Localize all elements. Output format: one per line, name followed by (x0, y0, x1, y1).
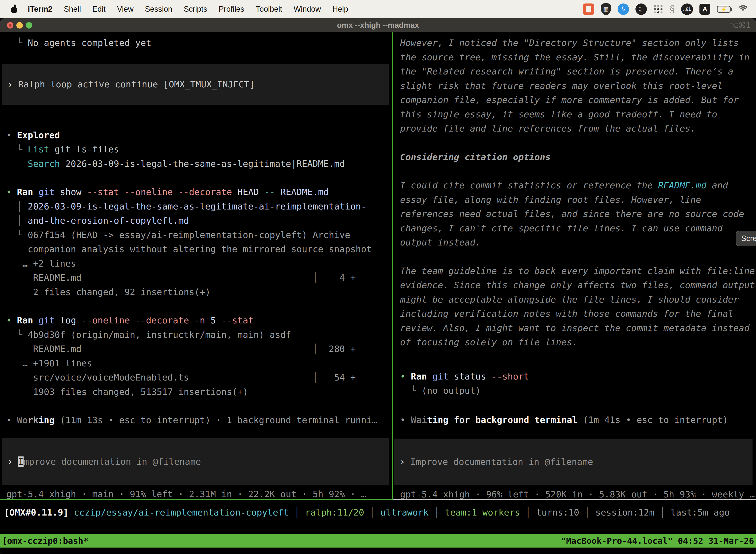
battery-icon[interactable]: ⚡ (717, 6, 731, 13)
working-status: • Working (11m 13s • esc to interrupt) ·… (6, 413, 392, 428)
blue-bolt-icon[interactable]: ϟ (618, 3, 629, 15)
meter-icon[interactable]: ..61 (681, 3, 693, 15)
terminal-line: references need actual files, and since … (400, 207, 755, 221)
terminal-line: └ 067f154 (HEAD -> essay/ai-reimplementa… (6, 228, 392, 242)
terminal-line: • Ran git show --stat --oneline --decora… (6, 185, 392, 199)
active-pane-border (0, 499, 393, 500)
prompt-text[interactable]: › Improve documentation in @filename (394, 455, 593, 469)
menu-item-help[interactable]: Help (332, 5, 348, 14)
model-status-line: gpt-5.4 xhigh · main · 91% left · 2.31M … (6, 487, 392, 499)
input-source-icon[interactable]: A (699, 4, 710, 15)
terminal-line: 2 files changed, 92 insertions(+) (6, 285, 392, 299)
menu-item-toolbelt[interactable]: Toolbelt (256, 5, 282, 14)
terminal-line: output instead. (400, 235, 755, 250)
terminal-line: I could cite commit statistics or refere… (400, 178, 755, 192)
apple-menu-icon[interactable] (10, 5, 18, 13)
wifi-icon[interactable] (737, 5, 749, 13)
title-bar[interactable]: omx --xhigh --madmax ⌥⌘1 (0, 18, 756, 32)
terminal-line: provide file and line references from th… (400, 121, 755, 136)
tmux-session-name: [omx-cczip0:bash* (2, 534, 88, 548)
terminal-line: … +1901 lines (6, 356, 392, 371)
terminal-line: changes, I can't cite specific file line… (400, 221, 755, 235)
inject-banner: › Ralph loop active continue [OMX_TMUX_I… (2, 64, 389, 105)
terminal-line: │ 2026-03-09-is-legal-the-same-as-legiti… (6, 199, 392, 214)
terminal-line: src/voice/voiceModeEnabled.ts │ 54 + (6, 370, 392, 385)
git-log-block: • Ran git log --oneline --decorate -n 5 … (6, 313, 392, 399)
terminal-line: └ (no output) (400, 384, 755, 398)
terminal-line: evidence. Since this change only affects… (400, 278, 755, 292)
status-icons: ▦ ϟ ☾ § ..61 A ⚡ (583, 3, 749, 15)
menu-item-scripts[interactable]: Scripts (184, 5, 207, 14)
left-pane[interactable]: └ No agents completed yet › Ralph loop a… (0, 32, 392, 499)
window-shortcut: ⌥⌘1 (730, 18, 751, 32)
terminal-line: └ List git ls-files (6, 142, 392, 157)
agents-note: └ No agents completed yet (6, 36, 392, 50)
inject-banner-text: › Ralph loop active continue [OMX_TMUX_I… (2, 77, 255, 92)
reasoning-heading: Considering citation options (400, 150, 755, 164)
menu-item-session[interactable]: Session (145, 5, 172, 14)
menu-bar: iTerm2 Shell Edit View Session Scripts P… (0, 0, 756, 18)
reasoning-paragraph: However, I noticed the "Directory Struct… (400, 36, 755, 136)
menu-item-edit[interactable]: Edit (92, 5, 106, 14)
terminal-line: • Explored (6, 128, 392, 143)
terminal-line: companion analysis without altering the … (6, 242, 392, 257)
right-pane[interactable]: However, I noticed the "Directory Struct… (393, 32, 755, 499)
terminal-line: Search 2026-03-09-is-legal-the-same-as-l… (6, 157, 392, 171)
window-title: omx --xhigh --madmax (0, 18, 756, 32)
shield-grid-icon[interactable]: ▦ (601, 3, 611, 15)
terminal-line: slight risk that future readers may over… (400, 79, 755, 93)
menu-item-profiles[interactable]: Profiles (218, 5, 244, 14)
tmux-status-bar: [omx-cczip0:bash* "MacBook-Pro-44.local"… (0, 534, 756, 548)
terminal-line: README.md │ 4 + (6, 271, 392, 285)
menu-item-window[interactable]: Window (294, 5, 321, 14)
dots-grid-icon[interactable] (653, 4, 663, 14)
screen-tooltip: Scre (736, 231, 756, 246)
reasoning-paragraph: I could cite commit statistics or refere… (400, 178, 755, 250)
terminal-line: companion file, especially if more comme… (400, 93, 755, 107)
terminal-line: The team guideline is to back every impo… (400, 264, 755, 278)
terminal-line: this single essay, it seems like a good … (400, 107, 755, 122)
terminal-line: • Ran git status --short (400, 369, 755, 384)
terminal-line: │ and-the-erosion-of-copyleft.md (6, 214, 392, 228)
terminal-line: • Working (11m 13s • esc to interrupt) ·… (6, 413, 392, 428)
omx-status-line: [OMX#0.11.9] cczip/essay/ai-reimplementa… (4, 505, 730, 520)
git-show-block: • Ran git show --stat --oneline --decora… (6, 185, 392, 299)
tmux-panes: └ No agents completed yet › Ralph loop a… (0, 32, 756, 499)
waiting-status: • Waiting for background terminal (1m 41… (400, 413, 755, 427)
terminal-line: Considering citation options (400, 150, 755, 164)
terminal-line: essay file, along with finding root file… (400, 192, 755, 207)
explored-block: • Explored └ List git ls-files Search 20… (6, 128, 392, 171)
model-status-line: gpt-5.4 xhigh · 96% left · 520K in · 5.8… (400, 487, 755, 499)
prompt-text[interactable]: › Improve documentation in @filename (2, 454, 201, 469)
reasoning-paragraph: The team guideline is to back every impo… (400, 264, 755, 349)
menu-item-shell[interactable]: Shell (64, 5, 81, 14)
terminal-line: └ 4b9d30f (origin/main, instructkr/main,… (6, 328, 392, 342)
crescent-icon[interactable]: ☾ (635, 3, 647, 15)
terminal-line: review. Also, I might want to inspect th… (400, 321, 755, 335)
git-status-block: • Ran git status --short └ (no output) (400, 369, 755, 398)
terminal-line: └ No agents completed yet (6, 36, 392, 50)
menu-item-view[interactable]: View (117, 5, 134, 14)
inactive-pane-border (393, 499, 756, 500)
iterm2-window: omx --xhigh --madmax ⌥⌘1 └ No agents com… (0, 18, 756, 554)
terminal-line: … +2 lines (6, 257, 392, 271)
terminal-line: the "Related research writing" section i… (400, 64, 755, 79)
terminal-line: might be acceptable alongside the file l… (400, 292, 755, 307)
prompt-input[interactable]: › Improve documentation in @filename (394, 439, 753, 485)
tmux-host-clock: "MacBook-Pro-44.local" 04:52 31-Mar-26 (561, 534, 754, 548)
terminal-line: README.md │ 280 + (6, 342, 392, 356)
terminal-line: • Ran git log --oneline --decorate -n 5 … (6, 313, 392, 328)
terminal-line: of focusing solely on file lines. (400, 335, 755, 349)
screenshot-indicator-icon[interactable] (583, 3, 594, 15)
prompt-input[interactable]: › Improve documentation in @filename (2, 438, 389, 485)
terminal-line: including verification notes with those … (400, 307, 755, 321)
terminal-line: 1903 files changed, 513517 insertions(+) (6, 385, 392, 399)
terminal-line: the source tree, missing the essay. Stil… (400, 50, 755, 64)
terminal-line: However, I noticed the "Directory Struct… (400, 36, 755, 50)
menu-item-iterm2[interactable]: iTerm2 (28, 5, 52, 14)
terminal-line: • Waiting for background terminal (1m 41… (400, 413, 755, 427)
squiggle-icon[interactable]: § (670, 3, 675, 15)
